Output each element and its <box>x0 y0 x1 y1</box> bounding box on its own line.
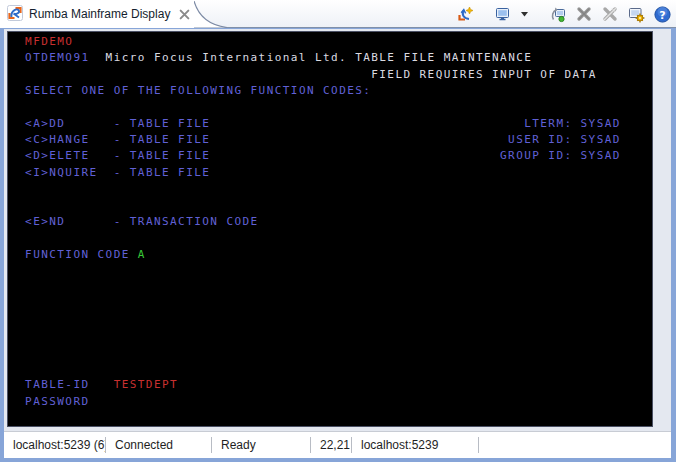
terminal-row: <C>HANGE - TABLE FILEUSER ID: SYSAD <box>9 132 651 148</box>
terminal-text-segment: USER ID: SYSAD <box>508 132 621 148</box>
status-cursor-position: 22,21 <box>311 432 351 458</box>
view-toolbar: ? <box>456 2 671 26</box>
terminal-text-segment: MFDEMO <box>25 34 73 50</box>
tab-rumba-mainframe-display[interactable]: Rumba Mainframe Display <box>0 0 194 28</box>
terminal-text-segment: TABLE FILE MAINTENANCE <box>355 50 532 66</box>
terminal-row: MFDEMO <box>9 34 651 50</box>
status-session: localhost:5239 (6) <box>4 432 105 458</box>
view-header: Rumba Mainframe Display <box>0 0 676 28</box>
close-icon[interactable] <box>176 7 192 23</box>
status-host: localhost:5239 <box>352 432 478 458</box>
terminal-text-segment: <A>DD - TABLE FILE <box>25 116 210 132</box>
terminal-screen[interactable]: MFDEMOOTDEMO91Micro Focus International … <box>7 31 653 427</box>
terminal-text-segment: SELECT ONE OF THE FOLLOWING FUNCTION COD… <box>25 83 371 99</box>
connect-icon[interactable] <box>549 4 567 24</box>
terminal-text-segment: <D>ELETE - TABLE FILE <box>25 148 210 164</box>
terminal-text-segment: A <box>138 247 146 263</box>
terminal-row: <I>NQUIRE - TABLE FILE <box>9 165 651 181</box>
terminal-row: TABLE-IDTESTDEPT <box>9 377 651 393</box>
tab-curve <box>194 1 228 32</box>
tab-title: Rumba Mainframe Display <box>29 7 170 22</box>
terminal-text-segment: Micro Focus International Ltd. <box>106 50 348 66</box>
terminal-row: FUNCTION CODEA <box>9 247 651 263</box>
terminal-row: FIELD REQUIRES INPUT OF DATA <box>9 67 651 83</box>
terminal-row: <D>ELETE - TABLE FILEGROUP ID: SYSAD <box>9 148 651 164</box>
view-body: MFDEMOOTDEMO91Micro Focus International … <box>4 29 671 458</box>
session-configuration-icon[interactable] <box>627 4 645 24</box>
terminal-text-segment: FUNCTION CODE <box>25 247 130 263</box>
terminal-text-segment: LTERM: SYSAD <box>524 116 621 132</box>
terminal-text-segment: <I>NQUIRE - TABLE FILE <box>25 165 210 181</box>
new-display-session-icon[interactable] <box>456 4 474 24</box>
terminal-row: <E>ND - TRANSACTION CODE <box>9 214 651 230</box>
svg-text:?: ? <box>659 8 665 21</box>
terminal-row: SELECT ONE OF THE FOLLOWING FUNCTION COD… <box>9 83 651 99</box>
terminal-text-segment: GROUP ID: SYSAD <box>500 148 621 164</box>
dropdown-arrow-icon[interactable] <box>520 4 529 24</box>
disconnect-icon[interactable] <box>575 4 593 24</box>
status-empty <box>479 432 671 458</box>
status-ready-state: Ready <box>212 432 310 458</box>
terminal-row: <A>DD - TABLE FILELTERM: SYSAD <box>9 116 651 132</box>
display-icon[interactable] <box>494 4 512 24</box>
rumba-logo-icon <box>7 5 23 25</box>
terminal-text-segment: TESTDEPT <box>114 377 178 393</box>
terminal-row: PASSWORD <box>9 394 651 410</box>
terminal-text-segment: TABLE-ID <box>25 377 89 393</box>
help-icon[interactable]: ? <box>653 4 671 24</box>
terminal-text-segment: OTDEMO91 <box>25 50 89 66</box>
terminal-text-segment: <E>ND - TRANSACTION CODE <box>25 214 259 230</box>
terminal-text-segment: <C>HANGE - TABLE FILE <box>25 132 210 148</box>
terminal-row: OTDEMO91Micro Focus International Ltd.TA… <box>9 50 651 66</box>
status-connection-state: Connected <box>106 432 211 458</box>
disconnect-all-icon[interactable] <box>601 4 619 24</box>
terminal-text-segment: FIELD REQUIRES INPUT OF DATA <box>371 67 596 83</box>
status-bar: localhost:5239 (6)ConnectedReady22,21loc… <box>4 431 671 458</box>
rumba-mainframe-view: Rumba Mainframe Display <box>0 0 676 462</box>
terminal-text-segment: PASSWORD <box>25 394 89 410</box>
